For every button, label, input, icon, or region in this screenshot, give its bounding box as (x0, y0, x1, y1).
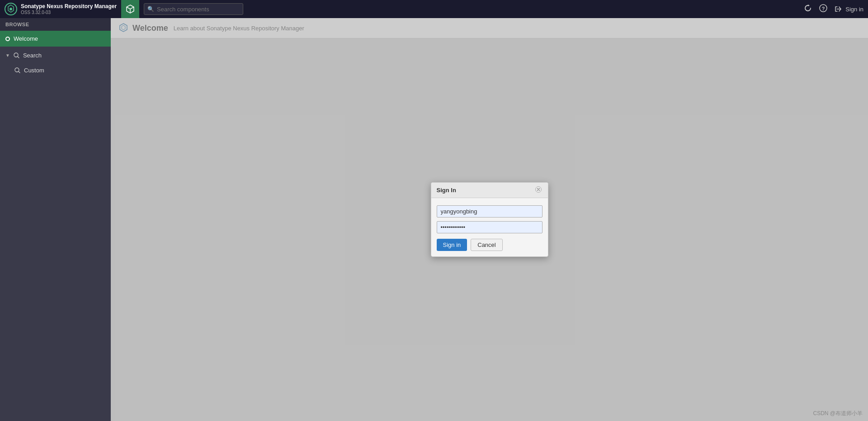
sidebar-item-welcome[interactable]: Welcome (0, 31, 111, 47)
modal-signin-button[interactable]: Sign in (437, 239, 467, 251)
modal-actions: Sign in Cancel (437, 239, 542, 251)
refresh-button[interactable] (804, 4, 812, 14)
sidebar-item-custom[interactable]: Custom (0, 63, 111, 77)
welcome-dot-icon (5, 37, 10, 41)
signin-icon (835, 5, 842, 13)
help-button[interactable]: ? (819, 4, 827, 14)
modal-header: Sign In (431, 183, 548, 198)
app-version: OSS 3.32.0-03 (21, 10, 117, 15)
app-icon (5, 3, 17, 15)
refresh-icon (804, 4, 812, 12)
modal-overlay: Sign In Sign in (111, 18, 868, 421)
app-title: Sonatype Nexus Repository Manager (21, 3, 117, 10)
svg-text:?: ? (822, 5, 825, 11)
close-icon (535, 186, 542, 193)
nav-right: ? Sign in (804, 4, 863, 14)
search-icon-custom (14, 67, 20, 73)
app-logo-area: Sonatype Nexus Repository Manager OSS 3.… (5, 3, 117, 15)
search-components-wrapper: 🔍 (144, 3, 243, 15)
sidebar-welcome-label: Welcome (14, 35, 38, 42)
signin-nav-button[interactable]: Sign in (835, 5, 863, 13)
signin-nav-label: Sign in (845, 6, 863, 13)
search-icon (14, 52, 19, 58)
top-navbar: Sonatype Nexus Repository Manager OSS 3.… (0, 0, 868, 18)
modal-title: Sign In (437, 187, 456, 194)
browse-section-label: Browse (0, 18, 111, 31)
sidebar-custom-label: Custom (24, 67, 44, 74)
browse-icon-button[interactable] (121, 0, 139, 18)
username-input[interactable] (437, 205, 542, 218)
sidebar: Browse Welcome ▼ Search Custom (0, 18, 111, 421)
password-input[interactable] (437, 221, 542, 233)
modal-close-button[interactable] (534, 186, 542, 194)
watermark: CSDN @布道师小羊 (813, 410, 863, 417)
svg-point-1 (9, 8, 12, 10)
main-content: Welcome Learn about Sonatype Nexus Repos… (111, 18, 868, 421)
sidebar-search-group: ▼ Search Custom (0, 47, 111, 77)
sidebar-item-search[interactable]: ▼ Search (0, 47, 111, 63)
modal-cancel-button[interactable]: Cancel (471, 239, 502, 251)
main-layout: Browse Welcome ▼ Search Custom (0, 0, 868, 421)
sidebar-search-label: Search (23, 52, 42, 59)
signin-modal: Sign In Sign in (431, 182, 548, 257)
chevron-down-icon: ▼ (5, 53, 10, 58)
modal-body: Sign in Cancel (431, 198, 548, 256)
box-icon (125, 4, 135, 14)
app-title-block: Sonatype Nexus Repository Manager OSS 3.… (21, 3, 117, 15)
help-icon: ? (819, 4, 827, 12)
search-components-input[interactable] (144, 3, 243, 15)
